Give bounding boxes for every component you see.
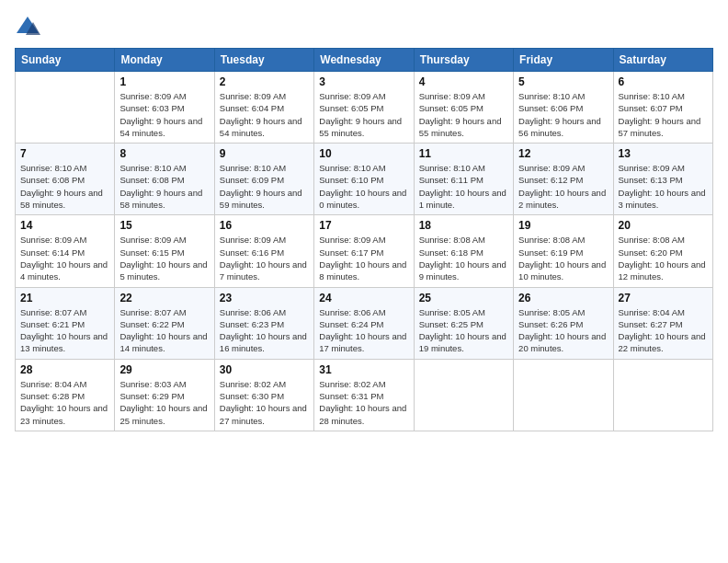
day-number: 9 — [220, 147, 309, 160]
day-info: Sunrise: 8:06 AMSunset: 6:23 PMDaylight:… — [220, 306, 309, 355]
day-number: 15 — [119, 219, 209, 232]
calendar-cell: 26Sunrise: 8:05 AMSunset: 6:26 PMDayligh… — [514, 287, 613, 359]
day-number: 1 — [119, 75, 209, 88]
day-info: Sunrise: 8:09 AMSunset: 6:14 PMDaylight:… — [20, 234, 109, 282]
day-info: Sunrise: 8:02 AMSunset: 6:31 PMDaylight:… — [319, 378, 408, 427]
calendar-cell: 22Sunrise: 8:07 AMSunset: 6:22 PMDayligh… — [115, 287, 214, 359]
calendar-cell: 10Sunrise: 8:10 AMSunset: 6:10 PMDayligh… — [314, 144, 414, 215]
day-number: 3 — [319, 75, 408, 88]
day-info: Sunrise: 8:09 AMSunset: 6:17 PMDaylight:… — [319, 234, 408, 282]
day-number: 6 — [619, 75, 708, 88]
day-info: Sunrise: 8:07 AMSunset: 6:21 PMDaylight:… — [20, 306, 109, 355]
logo-icon — [15, 15, 40, 37]
calendar-cell: 4Sunrise: 8:09 AMSunset: 6:05 PMDaylight… — [414, 72, 513, 144]
day-info: Sunrise: 8:02 AMSunset: 6:30 PMDaylight:… — [220, 378, 309, 427]
day-number: 20 — [619, 219, 708, 232]
day-number: 8 — [119, 147, 209, 160]
calendar-cell: 12Sunrise: 8:09 AMSunset: 6:12 PMDayligh… — [514, 144, 613, 215]
calendar-cell: 27Sunrise: 8:04 AMSunset: 6:27 PMDayligh… — [613, 287, 712, 359]
calendar-cell: 3Sunrise: 8:09 AMSunset: 6:05 PMDaylight… — [314, 72, 414, 144]
calendar-cell: 11Sunrise: 8:10 AMSunset: 6:11 PMDayligh… — [414, 144, 513, 215]
day-number: 27 — [619, 292, 708, 304]
calendar-cell: 29Sunrise: 8:03 AMSunset: 6:29 PMDayligh… — [115, 359, 214, 431]
calendar-cell: 25Sunrise: 8:05 AMSunset: 6:25 PMDayligh… — [414, 287, 513, 359]
calendar-cell: 23Sunrise: 8:06 AMSunset: 6:23 PMDayligh… — [214, 287, 313, 359]
calendar-cell: 1Sunrise: 8:09 AMSunset: 6:03 PMDaylight… — [115, 72, 214, 144]
day-info: Sunrise: 8:05 AMSunset: 6:26 PMDaylight:… — [518, 306, 608, 355]
day-number: 30 — [220, 363, 309, 376]
calendar-cell: 5Sunrise: 8:10 AMSunset: 6:06 PMDaylight… — [514, 72, 613, 144]
day-info: Sunrise: 8:10 AMSunset: 6:08 PMDaylight:… — [20, 162, 109, 211]
day-number: 2 — [220, 75, 309, 88]
calendar-cell: 30Sunrise: 8:02 AMSunset: 6:30 PMDayligh… — [214, 359, 313, 431]
calendar-week-row: 7Sunrise: 8:10 AMSunset: 6:08 PMDaylight… — [16, 144, 713, 215]
calendar-week-row: 14Sunrise: 8:09 AMSunset: 6:14 PMDayligh… — [16, 215, 713, 287]
day-number: 12 — [518, 147, 608, 160]
weekday-header-row: SundayMondayTuesdayWednesdayThursdayFrid… — [16, 49, 713, 72]
weekday-header: Sunday — [16, 49, 115, 72]
day-number: 16 — [220, 219, 309, 232]
calendar-cell: 8Sunrise: 8:10 AMSunset: 6:08 PMDaylight… — [115, 144, 214, 215]
day-info: Sunrise: 8:08 AMSunset: 6:19 PMDaylight:… — [518, 234, 608, 282]
day-number: 29 — [119, 363, 209, 376]
day-number: 22 — [119, 292, 209, 304]
calendar-cell: 17Sunrise: 8:09 AMSunset: 6:17 PMDayligh… — [314, 215, 414, 287]
calendar-cell: 7Sunrise: 8:10 AMSunset: 6:08 PMDaylight… — [16, 144, 115, 215]
day-number: 26 — [518, 292, 608, 304]
day-number: 24 — [319, 292, 408, 304]
day-info: Sunrise: 8:10 AMSunset: 6:07 PMDaylight:… — [619, 90, 708, 139]
day-number: 25 — [419, 292, 508, 304]
day-number: 31 — [319, 363, 408, 376]
calendar-cell — [514, 359, 613, 431]
calendar-cell: 16Sunrise: 8:09 AMSunset: 6:16 PMDayligh… — [214, 215, 313, 287]
calendar-cell: 19Sunrise: 8:08 AMSunset: 6:19 PMDayligh… — [514, 215, 613, 287]
weekday-header: Saturday — [613, 49, 712, 72]
day-info: Sunrise: 8:08 AMSunset: 6:20 PMDaylight:… — [619, 234, 708, 282]
calendar-cell: 15Sunrise: 8:09 AMSunset: 6:15 PMDayligh… — [115, 215, 214, 287]
calendar-cell: 9Sunrise: 8:10 AMSunset: 6:09 PMDaylight… — [214, 144, 313, 215]
day-info: Sunrise: 8:05 AMSunset: 6:25 PMDaylight:… — [419, 306, 508, 355]
calendar-cell: 28Sunrise: 8:04 AMSunset: 6:28 PMDayligh… — [16, 359, 115, 431]
day-info: Sunrise: 8:09 AMSunset: 6:12 PMDaylight:… — [518, 162, 608, 211]
day-number: 21 — [20, 292, 109, 304]
calendar-week-row: 28Sunrise: 8:04 AMSunset: 6:28 PMDayligh… — [16, 359, 713, 431]
day-number: 17 — [319, 219, 408, 232]
calendar-cell — [613, 359, 712, 431]
calendar-cell — [414, 359, 513, 431]
day-info: Sunrise: 8:09 AMSunset: 6:03 PMDaylight:… — [119, 90, 209, 139]
day-info: Sunrise: 8:10 AMSunset: 6:08 PMDaylight:… — [119, 162, 209, 211]
day-info: Sunrise: 8:07 AMSunset: 6:22 PMDaylight:… — [119, 306, 209, 355]
calendar-cell: 31Sunrise: 8:02 AMSunset: 6:31 PMDayligh… — [314, 359, 414, 431]
day-info: Sunrise: 8:09 AMSunset: 6:05 PMDaylight:… — [319, 90, 408, 139]
calendar-cell: 13Sunrise: 8:09 AMSunset: 6:13 PMDayligh… — [613, 144, 712, 215]
calendar-cell: 20Sunrise: 8:08 AMSunset: 6:20 PMDayligh… — [613, 215, 712, 287]
day-info: Sunrise: 8:09 AMSunset: 6:15 PMDaylight:… — [119, 234, 209, 282]
calendar-week-row: 21Sunrise: 8:07 AMSunset: 6:21 PMDayligh… — [16, 287, 713, 359]
weekday-header: Wednesday — [314, 49, 414, 72]
calendar-week-row: 1Sunrise: 8:09 AMSunset: 6:03 PMDaylight… — [16, 72, 713, 144]
calendar-cell — [16, 72, 115, 144]
day-info: Sunrise: 8:10 AMSunset: 6:10 PMDaylight:… — [319, 162, 408, 211]
page-header — [15, 15, 713, 37]
day-info: Sunrise: 8:04 AMSunset: 6:28 PMDaylight:… — [20, 378, 109, 427]
day-number: 4 — [419, 75, 508, 88]
day-info: Sunrise: 8:09 AMSunset: 6:13 PMDaylight:… — [619, 162, 708, 211]
day-info: Sunrise: 8:08 AMSunset: 6:18 PMDaylight:… — [419, 234, 508, 282]
day-number: 11 — [419, 147, 508, 160]
day-number: 5 — [518, 75, 608, 88]
day-info: Sunrise: 8:09 AMSunset: 6:05 PMDaylight:… — [419, 90, 508, 139]
calendar-cell: 14Sunrise: 8:09 AMSunset: 6:14 PMDayligh… — [16, 215, 115, 287]
calendar-cell: 21Sunrise: 8:07 AMSunset: 6:21 PMDayligh… — [16, 287, 115, 359]
day-info: Sunrise: 8:03 AMSunset: 6:29 PMDaylight:… — [119, 378, 209, 427]
calendar-cell: 2Sunrise: 8:09 AMSunset: 6:04 PMDaylight… — [214, 72, 313, 144]
day-info: Sunrise: 8:10 AMSunset: 6:11 PMDaylight:… — [419, 162, 508, 211]
day-info: Sunrise: 8:06 AMSunset: 6:24 PMDaylight:… — [319, 306, 408, 355]
day-info: Sunrise: 8:10 AMSunset: 6:06 PMDaylight:… — [518, 90, 608, 139]
day-info: Sunrise: 8:10 AMSunset: 6:09 PMDaylight:… — [220, 162, 309, 211]
day-number: 19 — [518, 219, 608, 232]
weekday-header: Tuesday — [214, 49, 313, 72]
day-info: Sunrise: 8:04 AMSunset: 6:27 PMDaylight:… — [619, 306, 708, 355]
day-number: 18 — [419, 219, 508, 232]
calendar-table: SundayMondayTuesdayWednesdayThursdayFrid… — [15, 48, 713, 431]
calendar-cell: 6Sunrise: 8:10 AMSunset: 6:07 PMDaylight… — [613, 72, 712, 144]
